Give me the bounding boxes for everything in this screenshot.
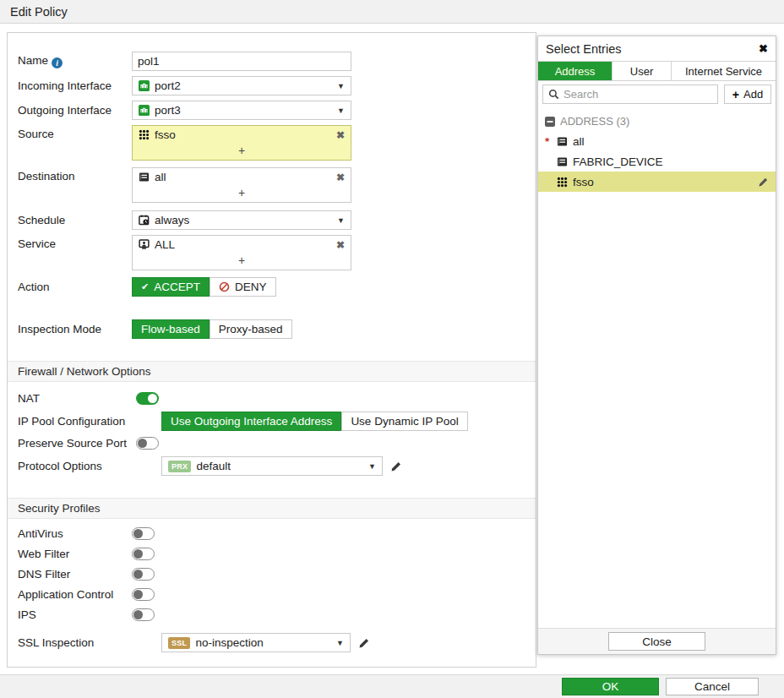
inspection-proxy-button[interactable]: Proxy-based xyxy=(210,319,292,339)
protocol-options-select[interactable]: PRX default ▼ xyxy=(161,456,383,476)
edit-pencil-icon[interactable] xyxy=(390,461,402,472)
action-deny-button[interactable]: DENY xyxy=(210,277,276,297)
edit-pencil-icon[interactable] xyxy=(358,637,370,649)
ip-pool-dynamic-button[interactable]: Use Dynamic IP Pool xyxy=(341,412,467,431)
required-asterisk: * xyxy=(545,135,552,148)
name-input[interactable] xyxy=(132,52,351,71)
ssl-inspection-select[interactable]: SSL no-inspection ▼ xyxy=(161,633,351,652)
tab-internet-service[interactable]: Internet Service xyxy=(672,62,776,80)
remove-icon[interactable]: ✖ xyxy=(336,239,345,251)
action-row: Action ✔ ACCEPT DENY xyxy=(18,277,536,297)
remove-icon[interactable]: ✖ xyxy=(336,129,345,141)
action-segmented: ✔ ACCEPT DENY xyxy=(132,277,276,297)
destination-label: Destination xyxy=(18,167,132,183)
incoming-interface-select[interactable]: port2 ▼ xyxy=(132,76,351,95)
inspection-flow-button[interactable]: Flow-based xyxy=(132,319,210,339)
outgoing-interface-label: Outgoing Interface xyxy=(18,104,132,117)
action-accept-button[interactable]: ✔ ACCEPT xyxy=(132,277,210,297)
incoming-interface-value: port2 xyxy=(155,79,181,92)
ip-pool-outgoing-button[interactable]: Use Outgoing Interface Address xyxy=(161,412,341,431)
preserve-source-port-row: Preserve Source Port xyxy=(18,437,536,450)
tab-address[interactable]: Address xyxy=(538,62,612,80)
destination-entry-name: all xyxy=(155,171,166,183)
preserve-source-port-toggle[interactable] xyxy=(136,437,159,450)
application-control-toggle[interactable] xyxy=(132,588,155,601)
list-item-fabric-device[interactable]: FABRIC_DEVICE xyxy=(538,151,776,172)
search-row: + Add xyxy=(538,81,776,107)
ssl-inspection-value: no-inspection xyxy=(195,636,263,649)
web-filter-label: Web Filter xyxy=(18,548,132,560)
antivirus-toggle[interactable] xyxy=(132,527,155,540)
close-icon[interactable]: ✖ xyxy=(759,42,768,55)
close-button[interactable]: Close xyxy=(608,632,705,651)
antivirus-row: AntiVirus xyxy=(18,527,536,540)
service-label: Service xyxy=(18,235,132,250)
preserve-source-port-label: Preserve Source Port xyxy=(18,437,136,450)
destination-field[interactable]: all ✖ + xyxy=(132,167,351,203)
source-add-button[interactable]: + xyxy=(133,144,351,160)
prx-badge: PRX xyxy=(168,461,191,472)
search-icon xyxy=(548,89,559,100)
schedule-row: Schedule always ▼ xyxy=(18,210,536,230)
dns-filter-toggle[interactable] xyxy=(132,568,155,581)
search-input[interactable] xyxy=(564,88,712,101)
service-add-button[interactable]: + xyxy=(133,254,351,270)
application-control-row: Application Control xyxy=(18,588,536,601)
antivirus-label: AntiVirus xyxy=(18,527,132,540)
address-group-header[interactable]: ADDRESS (3) xyxy=(538,112,776,131)
source-entry-name: fsso xyxy=(155,128,176,141)
service-row: Service ALL ✖ + xyxy=(18,235,536,270)
name-row: Namei xyxy=(18,52,536,71)
web-filter-toggle[interactable] xyxy=(132,548,155,560)
ip-pool-segmented: Use Outgoing Interface Address Use Dynam… xyxy=(161,412,468,431)
schedule-select[interactable]: always ▼ xyxy=(132,210,351,230)
fsso-group-icon xyxy=(557,177,568,188)
page-title: Edit Policy xyxy=(10,5,68,19)
firewall-section-title: Firewall / Network Options xyxy=(18,365,151,378)
destination-entry[interactable]: all ✖ xyxy=(133,168,351,186)
outgoing-interface-value: port3 xyxy=(155,104,181,117)
select-entries-panel: Select Entries ✖ Address User Internet S… xyxy=(537,35,776,655)
page-title-bar: Edit Policy xyxy=(0,0,784,24)
destination-add-button[interactable]: + xyxy=(133,186,351,202)
incoming-interface-label: Incoming Interface xyxy=(18,79,132,92)
ips-row: IPS xyxy=(18,608,536,621)
schedule-icon xyxy=(139,215,150,226)
chevron-down-icon: ▼ xyxy=(368,462,376,471)
protocol-options-value: default xyxy=(196,460,231,472)
destination-row: Destination all ✖ + xyxy=(18,167,536,203)
remove-icon[interactable]: ✖ xyxy=(336,172,345,183)
add-button[interactable]: + Add xyxy=(724,85,771,104)
service-field[interactable]: ALL ✖ + xyxy=(132,235,351,270)
ssl-inspection-label: SSL Inspection xyxy=(18,636,161,649)
cancel-button[interactable]: Cancel xyxy=(666,678,759,695)
tab-user[interactable]: User xyxy=(612,62,672,80)
chevron-down-icon: ▼ xyxy=(336,639,344,647)
incoming-interface-row: Incoming Interface port2 ▼ xyxy=(18,76,536,95)
edit-pencil-icon[interactable] xyxy=(758,177,769,188)
source-field[interactable]: fsso ✖ + xyxy=(132,125,351,161)
dns-filter-label: DNS Filter xyxy=(18,568,132,581)
web-filter-row: Web Filter xyxy=(18,548,536,560)
select-entries-footer: Close xyxy=(538,628,776,654)
ok-button[interactable]: OK xyxy=(562,678,659,695)
info-icon[interactable]: i xyxy=(52,57,63,68)
outgoing-interface-select[interactable]: port3 ▼ xyxy=(132,101,351,120)
source-entry[interactable]: fsso ✖ xyxy=(133,126,351,144)
ssl-badge: SSL xyxy=(168,637,190,649)
list-item-all[interactable]: * all xyxy=(538,131,776,151)
ips-toggle[interactable] xyxy=(132,608,155,621)
ip-pool-row: IP Pool Configuration Use Outgoing Inter… xyxy=(18,412,536,431)
nat-toggle[interactable] xyxy=(136,392,159,405)
select-entries-tabs: Address User Internet Service xyxy=(538,61,776,81)
list-item-fsso[interactable]: fsso xyxy=(538,172,776,192)
check-icon: ✔ xyxy=(141,281,149,292)
schedule-label: Schedule xyxy=(18,214,132,226)
protocol-options-label: Protocol Options xyxy=(18,460,161,472)
list-item-name: fsso xyxy=(573,176,594,188)
chevron-down-icon: ▼ xyxy=(337,216,345,225)
fsso-group-icon xyxy=(139,129,150,140)
edit-policy-form: Namei Incoming Interface port2 ▼ Outgoin… xyxy=(7,32,536,668)
search-box[interactable] xyxy=(542,85,718,104)
service-entry[interactable]: ALL ✖ xyxy=(133,236,351,254)
